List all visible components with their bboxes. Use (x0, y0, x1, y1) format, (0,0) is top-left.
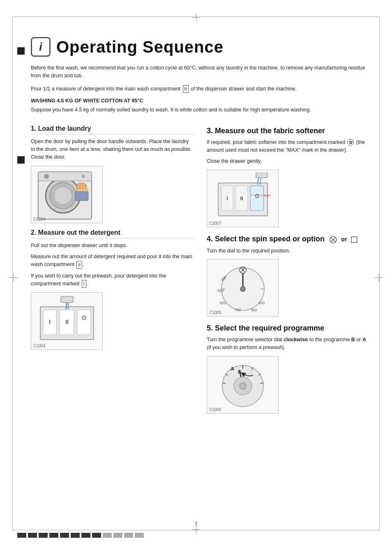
diagram-5-svg: B A (210, 358, 276, 412)
diagram-2-svg: I II ✿ (34, 294, 100, 348)
diagram-load-laundry: C0004 (31, 166, 103, 223)
diagram-spin-dial: 400 500 600 700 800 600 (207, 259, 279, 317)
svg-text:II: II (65, 319, 69, 325)
option-square-symbol (350, 235, 358, 243)
right-column: 3. Measure out the fabric softener If re… (207, 119, 369, 419)
crosshair-left (9, 273, 17, 282)
section-3-heading: 3. Measure out the fabric softener (207, 127, 369, 135)
dash-2 (28, 533, 37, 538)
section-2-line3: If you wish to carry out the prewash, po… (31, 272, 194, 288)
section-5-line1: Turn the programme selector dial clockwi… (207, 336, 369, 352)
intro-para2: Pour 1/2 a measure of detergent into the… (31, 85, 369, 93)
dash-8 (92, 533, 101, 538)
section-2-heading: 2. Measure out the detergent (31, 229, 194, 238)
svg-text:I: I (49, 319, 51, 325)
intro-para1: Before the first wash, we recommend that… (31, 64, 369, 80)
diagram-softener: I II ✿ MAX C1007 (207, 170, 279, 227)
dash-9 (103, 533, 112, 538)
section-3-line1: If required, pour fabric softener into t… (207, 139, 369, 155)
left-column: 1. Load the laundry Open the door by pul… (31, 119, 194, 419)
page-title: Operating Sequence (56, 38, 224, 56)
svg-point-46 (240, 287, 245, 291)
margin-square-top (17, 47, 25, 55)
dash-10 (113, 533, 122, 538)
diagram-detergent: I II ✿ C1004 (31, 292, 103, 350)
page-number: 7 (194, 521, 197, 527)
svg-point-3 (54, 187, 72, 205)
title-section: i Operating Sequence (31, 37, 369, 57)
diagram-4-label: C1005 (209, 310, 221, 315)
diagram-1-svg (34, 168, 100, 221)
svg-text:600: 600 (220, 301, 226, 305)
diagram-4-svg: 400 500 600 700 800 600 (210, 261, 276, 314)
svg-text:MAX: MAX (264, 194, 271, 197)
svg-text:I: I (226, 195, 228, 201)
dash-12 (135, 533, 144, 538)
compartment-symbol-ii-2: II (76, 261, 82, 269)
spin-symbol (329, 235, 337, 243)
dash-11 (124, 533, 133, 538)
svg-text:800: 800 (251, 308, 257, 312)
section-2-line2: Measure out the amount of detergent requ… (31, 253, 194, 269)
margin-square-mid (17, 156, 25, 164)
diagram-2-label: C1004 (33, 344, 45, 348)
washing-heading: WASHING 4.5 KG OF WHITE COTTON AT 95°C (31, 98, 369, 104)
dash-4 (49, 533, 58, 538)
two-column-layout: 1. Load the laundry Open the door by pul… (31, 119, 369, 419)
svg-rect-12 (75, 192, 88, 201)
crosshair-top (192, 13, 200, 21)
crosshair-right (375, 273, 383, 282)
svg-text:A: A (231, 366, 234, 371)
compartment-symbol-ii: II (183, 85, 189, 93)
svg-rect-28 (256, 173, 267, 178)
section-2-line1: Pull out the dispenser drawer until it s… (31, 242, 194, 250)
section-1-text: Open the door by pulling the door handle… (31, 138, 194, 162)
dash-1 (17, 533, 26, 538)
info-icon: i (31, 37, 51, 57)
svg-text:II: II (240, 195, 243, 201)
svg-point-6 (82, 175, 85, 178)
section-4-line1: Turn the dial to the required position. (207, 247, 369, 255)
svg-point-5 (44, 174, 49, 179)
svg-rect-20 (61, 296, 73, 303)
dash-3 (39, 533, 48, 538)
diagram-3-svg: I II ✿ MAX (210, 173, 276, 224)
diagram-1-label: C0004 (33, 217, 45, 222)
svg-rect-34 (351, 237, 357, 243)
section-5-heading: 5. Select the required programme (207, 324, 369, 333)
compartment-symbol-i: I (82, 280, 86, 288)
diagram-programme-selector: B A C1006 (207, 356, 279, 414)
svg-text:700: 700 (235, 308, 241, 312)
svg-text:✿: ✿ (254, 192, 259, 199)
diagram-5-label: C1006 (209, 407, 221, 412)
softener-symbol: ✿ (347, 139, 354, 146)
diagram-3-label: C1007 (209, 221, 221, 226)
dash-7 (81, 533, 90, 538)
svg-text:600: 600 (258, 301, 265, 305)
main-content: i Operating Sequence Before the first wa… (31, 25, 369, 419)
washing-text: Suppose you have 4.5 kg of normally soil… (31, 106, 369, 114)
dash-6 (71, 533, 80, 538)
dash-5 (60, 533, 69, 538)
section-4-or: or (341, 236, 347, 243)
svg-rect-18 (77, 310, 90, 335)
section-4-heading: 4. Select the spin speed or option or (207, 235, 369, 244)
section-3-line2: Close the drawer gently. (207, 157, 369, 165)
bottom-dashes (17, 533, 144, 538)
svg-text:✿: ✿ (81, 314, 86, 321)
svg-point-62 (240, 383, 246, 389)
section-1-heading: 1. Load the laundry (31, 125, 194, 134)
